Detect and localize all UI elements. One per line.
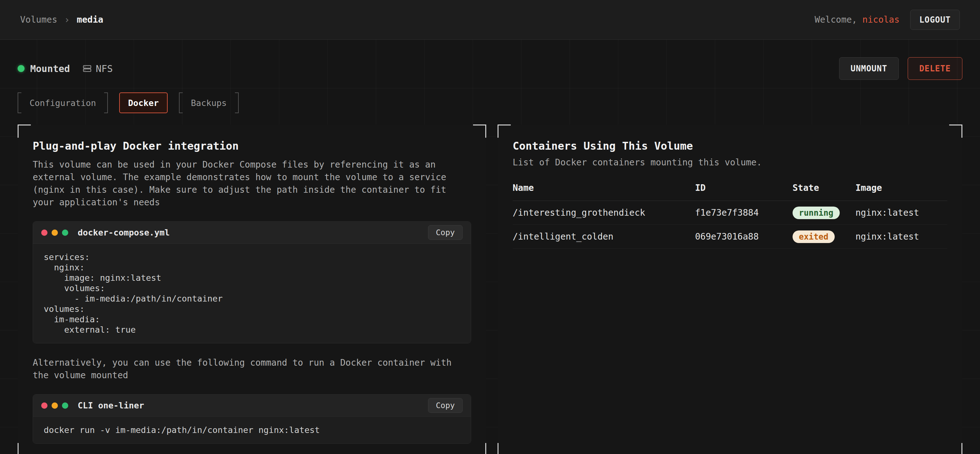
column-header-image: Image — [856, 183, 947, 193]
containers-panel-subtitle: List of Docker containers mounting this … — [513, 157, 947, 168]
username: nicolas — [862, 14, 899, 25]
tab-configuration[interactable]: Configuration — [18, 92, 108, 113]
tab-docker[interactable]: Docker — [119, 92, 168, 113]
containers-table-header: Name ID State Image — [513, 183, 947, 201]
state-badge: running — [792, 206, 840, 219]
corner-mark — [949, 443, 963, 454]
column-header-name: Name — [513, 183, 695, 193]
bracket-left-icon — [18, 92, 21, 113]
column-header-id: ID — [695, 183, 792, 193]
cli-code-block: CLI one-liner Copy docker run -v im-medi… — [33, 394, 471, 444]
traffic-light-yellow-icon — [52, 230, 58, 236]
bracket-right-icon — [235, 92, 239, 113]
tab-configuration-label: Configuration — [21, 92, 104, 113]
traffic-light-green-icon — [62, 402, 68, 409]
welcome-prefix: Welcome, — [815, 14, 857, 25]
unmount-button[interactable]: UNMOUNT — [839, 57, 899, 80]
cli-copy-button[interactable]: Copy — [428, 398, 463, 413]
breadcrumb-current-volume: media — [77, 14, 103, 25]
welcome-text: Welcome, nicolas — [815, 14, 899, 25]
main-content: Mounted NFS UNMOUNT DELETE Configuration — [0, 57, 980, 454]
cli-title: CLI one-liner — [78, 400, 144, 410]
traffic-light-red-icon — [41, 402, 48, 409]
container-name: /intelligent_colden — [513, 232, 695, 242]
container-image: nginx:latest — [856, 208, 947, 218]
corner-mark — [473, 124, 486, 138]
container-image: nginx:latest — [856, 232, 947, 242]
compose-code-content: services: nginx: image: nginx:latest vol… — [33, 244, 471, 343]
corner-mark — [18, 124, 31, 138]
table-row: /interesting_grothendieck f1e73e7f3884 r… — [513, 201, 947, 225]
driver-info: NFS — [83, 63, 113, 74]
topbar-right: Welcome, nicolas LOGOUT — [815, 10, 960, 30]
corner-mark — [498, 443, 511, 454]
table-row: /intelligent_colden 069e73016a88 exited … — [513, 225, 947, 249]
status-row: Mounted NFS UNMOUNT DELETE — [18, 57, 963, 80]
compose-filename: docker-compose.yml — [78, 228, 170, 237]
panels-row: Plug-and-play Docker integration This vo… — [18, 124, 963, 454]
traffic-light-green-icon — [62, 230, 68, 236]
container-id: 069e73016a88 — [695, 232, 792, 242]
window-dots — [41, 230, 68, 236]
volume-actions: UNMOUNT DELETE — [839, 57, 963, 80]
cli-intro-text: Alternatively, you can use the following… — [33, 357, 471, 382]
docker-integration-panel: Plug-and-play Docker integration This vo… — [18, 124, 486, 454]
compose-code-header: docker-compose.yml Copy — [33, 222, 471, 244]
tab-bar: Configuration Docker Backups — [18, 92, 963, 113]
volume-status: Mounted NFS — [18, 63, 113, 74]
containers-panel: Containers Using This Volume List of Doc… — [498, 124, 963, 454]
container-name: /interesting_grothendieck — [513, 208, 695, 218]
breadcrumb: Volumes › media — [20, 14, 103, 25]
delete-button[interactable]: DELETE — [908, 57, 963, 80]
column-header-state: State — [792, 183, 856, 193]
traffic-light-red-icon — [41, 230, 48, 236]
breadcrumb-chevron-icon: › — [64, 14, 70, 25]
tab-backups-label: Backups — [183, 92, 235, 113]
nfs-driver-icon — [83, 64, 92, 73]
cli-code-content: docker run -v im-media:/path/in/containe… — [33, 417, 471, 443]
breadcrumb-volumes-link[interactable]: Volumes — [20, 14, 57, 25]
bracket-right-icon — [104, 92, 108, 113]
corner-mark — [473, 443, 486, 454]
docker-panel-title: Plug-and-play Docker integration — [33, 140, 471, 152]
window-dots — [41, 402, 68, 409]
compose-copy-button[interactable]: Copy — [428, 225, 463, 240]
containers-panel-title: Containers Using This Volume — [513, 140, 947, 152]
docker-panel-description: This volume can be used in your Docker C… — [33, 159, 471, 209]
corner-mark — [949, 124, 963, 138]
traffic-light-yellow-icon — [52, 402, 58, 409]
logout-button[interactable]: LOGOUT — [910, 10, 960, 30]
cli-code-header: CLI one-liner Copy — [33, 395, 471, 417]
tab-docker-label: Docker — [120, 93, 167, 113]
corner-mark — [498, 124, 511, 138]
container-id: f1e73e7f3884 — [695, 208, 792, 218]
corner-mark — [18, 443, 31, 454]
bracket-left-icon — [179, 92, 183, 113]
mounted-status-dot-icon — [18, 65, 24, 72]
containers-table: Name ID State Image /interesting_grothen… — [513, 183, 947, 249]
state-badge: exited — [792, 230, 835, 243]
mount-status-label: Mounted — [30, 63, 70, 74]
tab-backups[interactable]: Backups — [179, 92, 239, 113]
compose-code-block: docker-compose.yml Copy services: nginx:… — [33, 221, 471, 343]
topbar: Volumes › media Welcome, nicolas LOGOUT — [0, 0, 980, 40]
driver-name-label: NFS — [95, 63, 113, 74]
